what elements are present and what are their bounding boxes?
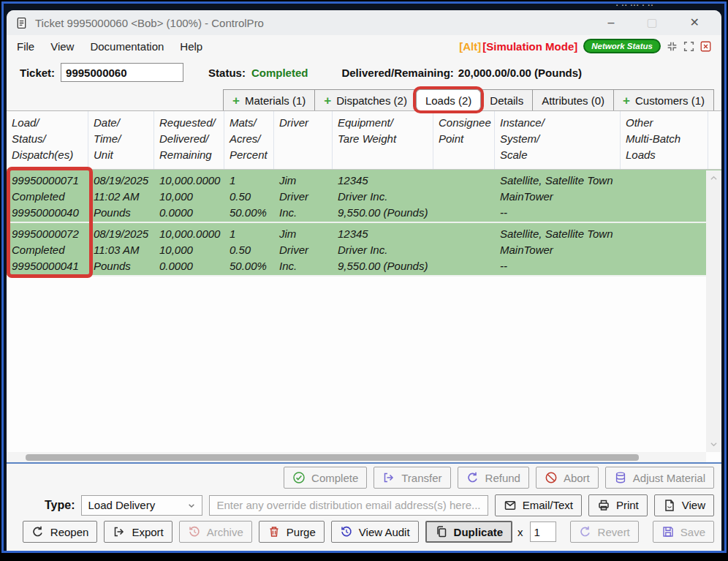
cell-mats: 1 0.50 50.00% xyxy=(224,223,274,275)
horizontal-scrollbar-thumb[interactable] xyxy=(26,454,639,461)
reopen-button[interactable]: Reopen xyxy=(23,521,98,543)
delivered-remaining-label: Delivered/Remaining: xyxy=(341,67,453,79)
export-button[interactable]: Export xyxy=(104,521,172,543)
cell-requested: 10,000.0000 10,000 0.0000 xyxy=(154,170,224,222)
ticket-label: Ticket: xyxy=(20,67,55,79)
transfer-label: Transfer xyxy=(401,472,441,484)
column-header-other: Other Multi-Batch Loads xyxy=(621,111,708,169)
menu-documentation[interactable]: Documentation xyxy=(90,40,164,53)
column-header-requested: Requested/ Delivered/ Remaining xyxy=(154,111,224,169)
abort-button[interactable]: Abort xyxy=(536,467,599,489)
column-header-equipment: Equipment/ Tare Weight xyxy=(333,111,433,169)
prohibition-icon xyxy=(545,471,558,484)
export-label: Export xyxy=(132,526,163,538)
cell-load: 99950000072 Completed 99950000041 xyxy=(7,223,88,275)
tab-customers[interactable]: +Customers (1) xyxy=(613,89,714,110)
cell-mats: 1 0.50 50.00% xyxy=(224,170,274,222)
loads-table: Load/ Status/ Dispatch(es) Date/ Time/ U… xyxy=(7,110,721,462)
type-select[interactable]: Load Delivery xyxy=(81,495,202,516)
distribution-row: Type: Load Delivery Email/Text Print Vie… xyxy=(7,492,721,519)
menu-file[interactable]: File xyxy=(17,40,34,53)
save-label: Save xyxy=(680,526,705,538)
table-row[interactable]: 99950000071 Completed 99950000040 08/19/… xyxy=(7,170,721,223)
floppy-disk-icon xyxy=(661,525,675,538)
circular-arrow-icon xyxy=(31,525,45,538)
view-label: View xyxy=(682,499,705,511)
tab-materials[interactable]: +Materials (1) xyxy=(223,89,315,110)
cell-consignee xyxy=(433,170,495,222)
background-artifact: ▪ ▪▪ ▪▪▪ ▪ ▪▪ xyxy=(616,3,704,7)
vertical-scrollbar[interactable] xyxy=(706,170,721,452)
archive-label: Archive xyxy=(207,526,243,538)
circular-arrow-icon xyxy=(579,525,592,538)
tab-label: Details xyxy=(490,94,523,107)
print-label: Print xyxy=(616,499,639,511)
ticket-number-input[interactable] xyxy=(61,63,183,82)
menu-help[interactable]: Help xyxy=(180,40,202,53)
duplicate-button[interactable]: Duplicate xyxy=(425,521,513,543)
view-audit-button[interactable]: View Audit xyxy=(331,521,419,543)
adjust-material-button[interactable]: Adjust Material xyxy=(605,467,714,489)
type-select-value: Load Delivery xyxy=(88,499,155,511)
tab-attributes[interactable]: Attributes (0) xyxy=(532,89,614,110)
duplicate-label: Duplicate xyxy=(454,526,504,538)
printer-icon xyxy=(597,499,610,512)
purge-button[interactable]: Purge xyxy=(259,521,325,543)
fullscreen-icon[interactable] xyxy=(683,41,694,52)
cell-instance: Satellite, Satellite Town MainTower -- xyxy=(495,223,621,275)
horizontal-scrollbar[interactable] xyxy=(7,452,706,462)
save-button[interactable]: Save xyxy=(653,521,714,543)
abort-label: Abort xyxy=(564,472,590,484)
tab-label: Customers (1) xyxy=(635,94,705,107)
transfer-button[interactable]: Transfer xyxy=(374,467,450,489)
delivered-remaining-value: 20,000.00/0.00 (Pounds) xyxy=(458,67,582,79)
duplicate-count-input[interactable] xyxy=(530,522,556,542)
scroll-down-icon[interactable] xyxy=(709,440,718,449)
maximize-button[interactable]: ▢ xyxy=(646,17,657,29)
cell-driver: Jim Driver Inc. xyxy=(274,170,333,222)
column-header-instance: Instance/ System/ Scale xyxy=(495,111,621,169)
view-button[interactable]: View xyxy=(654,494,714,516)
ticket-summary-row: Ticket: Status: Completed Delivered/Rema… xyxy=(7,57,721,88)
tab-dispatches[interactable]: +Dispatches (2) xyxy=(314,89,417,110)
pdf-document-icon xyxy=(663,499,676,512)
column-header-mats: Mats/ Acres/ Percent xyxy=(224,111,274,169)
network-status-badge[interactable]: Network Status xyxy=(583,39,661,53)
print-button[interactable]: Print xyxy=(588,494,648,516)
column-header-driver: Driver xyxy=(274,111,333,169)
close-panel-icon[interactable] xyxy=(700,41,711,52)
screen-frame: ▪ ▪▪ ▪▪▪ ▪ ▪▪ Ticket 9995000060 <Bob> (1… xyxy=(1,1,727,553)
close-button[interactable]: ✕ xyxy=(690,17,699,29)
cell-other xyxy=(621,223,708,275)
column-header-consignee: Consignee Point xyxy=(433,111,495,169)
cell-date: 08/19/2025 11:03 AM Pounds xyxy=(88,223,154,275)
email-text-button[interactable]: Email/Text xyxy=(495,494,582,516)
chevron-down-icon xyxy=(187,501,196,510)
complete-label: Complete xyxy=(311,472,358,484)
scroll-up-icon[interactable] xyxy=(709,173,718,183)
complete-button[interactable]: Complete xyxy=(284,467,367,489)
archive-button[interactable]: Archive xyxy=(179,521,252,543)
database-icon xyxy=(614,471,627,484)
refund-button[interactable]: Refund xyxy=(458,467,529,489)
cell-date: 08/19/2025 11:02 AM Pounds xyxy=(88,170,154,222)
view-audit-label: View Audit xyxy=(359,526,410,538)
tab-label: Materials (1) xyxy=(245,94,306,107)
revert-button[interactable]: Revert xyxy=(570,521,639,543)
cell-equipment: 12345 Driver Inc. 9,550.00 (Pounds) xyxy=(333,223,433,275)
export-arrow-icon xyxy=(113,525,126,538)
menu-bar: File View Documentation Help [Alt][Simul… xyxy=(7,35,721,57)
minimize-button[interactable]: – xyxy=(608,17,615,29)
tab-details[interactable]: Details xyxy=(480,89,533,110)
cell-driver: Jim Driver Inc. xyxy=(274,223,333,275)
menu-view[interactable]: View xyxy=(50,40,74,53)
export-arrow-icon xyxy=(382,471,395,484)
app-window: Ticket 9995000060 <Bob> (100%) - Control… xyxy=(7,10,721,551)
compress-icon[interactable] xyxy=(667,41,678,52)
table-row[interactable]: 99950000072 Completed 99950000041 08/19/… xyxy=(7,223,721,276)
cell-load: 99950000071 Completed 99950000040 xyxy=(7,170,88,222)
override-email-input[interactable] xyxy=(209,495,488,516)
check-circle-icon xyxy=(292,471,306,484)
tab-loads[interactable]: Loads (2) xyxy=(416,89,481,110)
status-label: Status: xyxy=(208,67,246,79)
